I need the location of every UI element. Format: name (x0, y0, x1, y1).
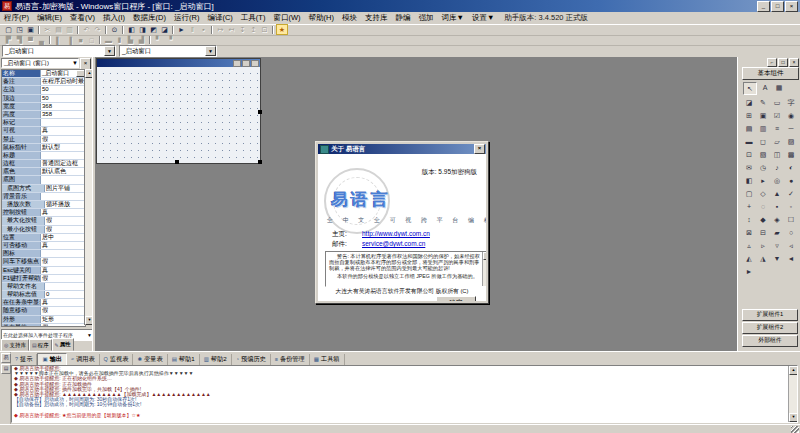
component-icon-27[interactable]: ◐ (785, 162, 797, 173)
property-row[interactable]: 随意移动假 (2, 307, 85, 315)
component-icon-21[interactable]: ▧ (757, 149, 769, 160)
layout-left-icon[interactable]: ◧ (126, 25, 137, 35)
find-icon[interactable]: ⊙ (109, 25, 120, 35)
minimize-icon[interactable]: _ (757, 1, 770, 12)
component-icon-37[interactable]: ◌ (757, 201, 769, 212)
form-maximize-icon[interactable] (242, 60, 250, 67)
property-row[interactable]: 备注在程序启动时最先自动运行 (2, 78, 85, 86)
bottom-tab-监视表[interactable]: Q监视表 (100, 354, 134, 365)
property-row[interactable]: 边框普通固定边框 (2, 160, 85, 168)
component-icon-43[interactable]: ☐ (785, 214, 797, 225)
form-close-icon[interactable] (251, 60, 259, 67)
menu-item-3[interactable]: 查看(V) (66, 13, 99, 23)
component-group-button-2[interactable]: 扩展组件2 (742, 322, 798, 334)
save-icon[interactable]: ▣ (25, 25, 36, 35)
component-icon-22[interactable]: ◫ (771, 149, 783, 160)
menu-item-11[interactable]: 模块 (338, 13, 361, 23)
component-icon-40[interactable]: ↕ (743, 214, 755, 225)
palette-dock-icon-2[interactable]: □ (778, 58, 788, 67)
component-icon-26[interactable]: ♪ (771, 162, 783, 173)
property-row[interactable]: 可视真 (2, 127, 85, 135)
layout-right-icon[interactable]: ◨ (137, 25, 148, 35)
menu-item-1[interactable]: 程序(P) (0, 13, 33, 23)
property-row[interactable]: 底图 (2, 176, 85, 184)
tab-程序[interactable]: ▤程序 (29, 339, 52, 351)
form-design-grid[interactable] (97, 67, 260, 163)
open-icon[interactable]: ◳ (14, 25, 25, 35)
palette-dock-icon-1[interactable]: ⌐ (767, 58, 777, 67)
menu-item-12[interactable]: 支持库 (361, 13, 392, 23)
new-icon[interactable]: ▢ (3, 25, 14, 35)
ok-button[interactable]: 确定 (436, 296, 476, 301)
property-row[interactable]: 总在最前假 (2, 324, 85, 327)
palette-dock-icon-3[interactable]: × (789, 58, 799, 67)
resize-handle-right[interactable] (258, 110, 262, 114)
bottom-tab-变量表[interactable]: ✱变量表 (133, 354, 167, 365)
menu-item-4[interactable]: 插入(I) (99, 13, 129, 23)
component-icon-24[interactable]: ✉ (743, 162, 755, 173)
maximize-icon[interactable]: □ (771, 1, 784, 12)
property-row[interactable]: 帮助文件名 (2, 283, 85, 291)
component-icon-9[interactable]: ▣ (757, 110, 769, 121)
component-icon-8[interactable]: ⊞ (743, 110, 755, 121)
tab-属性[interactable]: ✎属性 (52, 338, 74, 351)
property-row[interactable]: 高度358 (2, 111, 85, 119)
bottom-tab-调用表[interactable]: ≈调用表 (67, 354, 100, 365)
property-row[interactable]: 背景音乐 (2, 193, 85, 201)
bottom-tab-帮助1[interactable]: ▤帮助1 (168, 354, 200, 365)
component-icon-18[interactable]: ▱ (771, 136, 783, 147)
component-icon-7[interactable]: 字 (785, 97, 797, 108)
component-icon-56[interactable]: ► (743, 266, 755, 277)
property-row[interactable]: 禁止假 (2, 136, 85, 144)
property-grid-scrollbar[interactable]: ▲ ▼ (84, 69, 92, 325)
component-icon-35[interactable]: ✓ (785, 188, 797, 199)
component-icon-20[interactable]: ⊡ (743, 149, 755, 160)
bottom-tab-备份管理[interactable]: ≡备份管理 (271, 354, 310, 365)
component-group-button-1[interactable]: 扩展组件1 (742, 309, 798, 321)
component-icon-52[interactable]: ◭ (743, 253, 755, 264)
component-icon-53[interactable]: ◮ (757, 253, 769, 264)
menu-item-2[interactable]: 编辑(E) (33, 13, 66, 23)
component-icon-41[interactable]: ◆ (757, 214, 769, 225)
bottom-tab-工具箱[interactable]: ▦工具箱 (310, 354, 345, 365)
component-icon-34[interactable]: ▲ (771, 188, 783, 199)
combo-dropdown-icon[interactable]: ▼ (205, 46, 216, 56)
window-selector-combo[interactable]: _启动窗口 ▼ (2, 45, 116, 57)
property-row[interactable]: 在任务条中显示真 (2, 299, 85, 307)
dock-strip-icon-2[interactable]: ▤ (1, 364, 11, 374)
component-icon-49[interactable]: ▹ (757, 240, 769, 251)
component-icon-42[interactable]: ◈ (771, 214, 783, 225)
warning-scrollbar[interactable]: ▲ (482, 252, 486, 286)
property-row[interactable]: 控制按钮真 (2, 209, 85, 217)
property-row[interactable]: Esc键关闭真 (2, 267, 85, 275)
form-designer-window[interactable] (96, 58, 261, 164)
component-icon-45[interactable]: ⊟ (757, 227, 769, 238)
component-icon-48[interactable]: ▵ (743, 240, 755, 251)
property-row[interactable]: 左边50 (2, 86, 85, 94)
component-icon-30[interactable]: ◎ (771, 175, 783, 186)
component-icon-33[interactable]: ◇ (757, 188, 769, 199)
component-icon-17[interactable]: ◻ (757, 136, 769, 147)
menu-item-5[interactable]: 数据库(D) (129, 13, 170, 23)
component-icon-13[interactable]: ▥ (757, 123, 769, 134)
component-icon-25[interactable]: ◷ (757, 162, 769, 173)
combo-dropdown-icon[interactable]: ▼ (72, 60, 78, 66)
component-icon-14[interactable]: ≡ (771, 123, 783, 134)
assistant-icon[interactable]: ★ (276, 24, 288, 35)
close-icon[interactable]: × (785, 1, 798, 12)
component-icon-6[interactable]: ▭ (771, 97, 783, 108)
component-icon-50[interactable]: ▿ (771, 240, 783, 251)
bottom-tab-输出[interactable]: ▣输出 (37, 353, 67, 366)
tab-支持库[interactable]: ◎支持库 (1, 339, 29, 351)
component-icon-39[interactable]: ◦ (785, 201, 797, 212)
property-row[interactable]: 播放次数循环播放 (2, 201, 85, 209)
object-selector-combo[interactable]: _启动窗口 (窗口) ▼ (1, 58, 79, 68)
menu-item-10[interactable]: 帮助(H) (305, 13, 338, 23)
property-row[interactable]: 鼠标指针默认型 (2, 144, 85, 152)
combo-dropdown-icon[interactable]: ▼ (104, 46, 115, 56)
scroll-up-icon[interactable]: ▲ (789, 366, 798, 375)
component-icon-31[interactable]: ● (785, 175, 797, 186)
property-row[interactable]: F1键打开帮助假 (2, 275, 85, 283)
property-row[interactable]: 宽度368 (2, 103, 85, 111)
dock-strip-icon-1[interactable]: 易 (1, 353, 11, 363)
